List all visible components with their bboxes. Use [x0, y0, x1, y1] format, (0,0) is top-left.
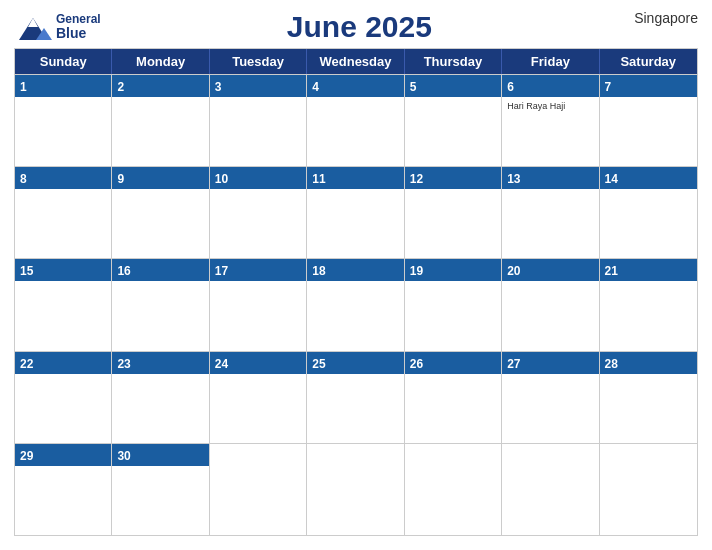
- day-cell-w5-d7: [600, 444, 697, 535]
- day-cell-w3-d6: 20: [502, 259, 599, 350]
- day-cell-w4-d2: 23: [112, 352, 209, 443]
- header-tuesday: Tuesday: [210, 49, 307, 74]
- day-cell-w3-d5: 19: [405, 259, 502, 350]
- day-cell-w1-d1: 1: [15, 75, 112, 166]
- day-cell-w5-d4: [307, 444, 404, 535]
- week-row-3: 15161718192021: [15, 258, 697, 350]
- day-cell-w1-d7: 7: [600, 75, 697, 166]
- day-cell-w2-d2: 9: [112, 167, 209, 258]
- day-cell-w1-d5: 5: [405, 75, 502, 166]
- logo-general-text: General: [56, 13, 101, 26]
- header-saturday: Saturday: [600, 49, 697, 74]
- day-cell-w1-d3: 3: [210, 75, 307, 166]
- header-friday: Friday: [502, 49, 599, 74]
- day-cell-w3-d4: 18: [307, 259, 404, 350]
- day-cell-w2-d3: 10: [210, 167, 307, 258]
- day-cell-w1-d6: 6Hari Raya Haji: [502, 75, 599, 166]
- day-cell-w4-d3: 24: [210, 352, 307, 443]
- day-cell-w2-d6: 13: [502, 167, 599, 258]
- day-cell-w4-d6: 27: [502, 352, 599, 443]
- day-headers-row: Sunday Monday Tuesday Wednesday Thursday…: [15, 49, 697, 74]
- day-cell-w5-d6: [502, 444, 599, 535]
- day-cell-w4-d7: 28: [600, 352, 697, 443]
- svg-marker-1: [28, 18, 38, 27]
- day-cell-w2-d5: 12: [405, 167, 502, 258]
- day-cell-w2-d4: 11: [307, 167, 404, 258]
- logo-icon: [14, 10, 52, 44]
- day-cell-w2-d7: 14: [600, 167, 697, 258]
- day-cell-w3-d7: 21: [600, 259, 697, 350]
- day-cell-w3-d3: 17: [210, 259, 307, 350]
- day-cell-w5-d5: [405, 444, 502, 535]
- header-wednesday: Wednesday: [307, 49, 404, 74]
- day-cell-w4-d5: 26: [405, 352, 502, 443]
- header-monday: Monday: [112, 49, 209, 74]
- day-cell-w4-d1: 22: [15, 352, 112, 443]
- weeks-container: 123456Hari Raya Haji78910111213141516171…: [15, 74, 697, 535]
- week-row-5: 2930: [15, 443, 697, 535]
- week-row-2: 891011121314: [15, 166, 697, 258]
- month-title: June 2025: [101, 10, 618, 44]
- day-cell-w1-d2: 2: [112, 75, 209, 166]
- header-thursday: Thursday: [405, 49, 502, 74]
- day-cell-w5-d3: [210, 444, 307, 535]
- day-cell-w3-d1: 15: [15, 259, 112, 350]
- day-cell-w2-d1: 8: [15, 167, 112, 258]
- header-sunday: Sunday: [15, 49, 112, 74]
- week-row-1: 123456Hari Raya Haji7: [15, 74, 697, 166]
- country-label: Singapore: [618, 10, 698, 26]
- day-cell-w5-d2: 30: [112, 444, 209, 535]
- day-cell-w1-d4: 4: [307, 75, 404, 166]
- day-cell-w5-d1: 29: [15, 444, 112, 535]
- day-cell-w4-d4: 25: [307, 352, 404, 443]
- calendar-grid: Sunday Monday Tuesday Wednesday Thursday…: [14, 48, 698, 536]
- holiday-label: Hari Raya Haji: [507, 101, 593, 112]
- day-cell-w3-d2: 16: [112, 259, 209, 350]
- logo-area: General Blue: [14, 10, 101, 44]
- calendar-container: General Blue June 2025 Singapore Sunday …: [0, 0, 712, 550]
- week-row-4: 22232425262728: [15, 351, 697, 443]
- header-row: General Blue June 2025 Singapore: [14, 10, 698, 44]
- logo-blue-text: Blue: [56, 26, 101, 41]
